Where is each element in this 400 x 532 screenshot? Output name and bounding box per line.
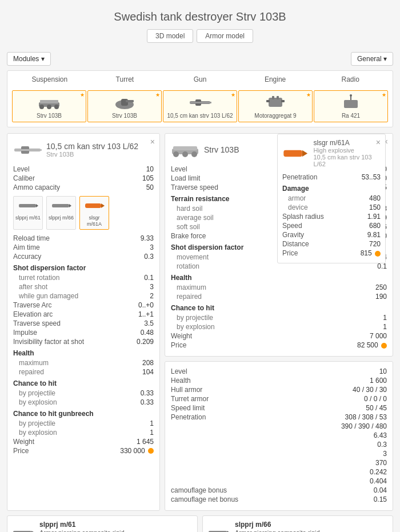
gun-ammo-cap-label: Ammo capacity <box>13 183 60 191</box>
gen-val5-value: 0.242 <box>370 468 387 476</box>
aim-time-label: Aim time <box>13 243 40 251</box>
sus-weight-value: 7 000 <box>370 332 387 340</box>
ammo-slpprj-m61[interactable]: slpprj m/61 <box>13 196 43 230</box>
he-speed-value: 680 <box>369 222 381 230</box>
soft-soil-label: soft soil <box>171 223 200 231</box>
he-gravity-row: Gravity 9.81 <box>282 231 381 239</box>
reload-time-value: 9.33 <box>141 234 154 242</box>
gen-turret-armor-value: 0 / 0 / 0 <box>364 395 387 403</box>
gun-caliber-value: 105 <box>142 174 154 182</box>
while-gun-damaged-row: while gun damaged 2 <box>13 292 154 300</box>
gun-gunbreech-exp-label: by explosion <box>13 429 57 437</box>
invisibility-value: 0.209 <box>137 338 154 346</box>
gun-panel-close[interactable]: × <box>150 137 155 146</box>
ammo-slpprj-m66[interactable]: slpprj m/66 <box>46 196 76 230</box>
gun-health-rep-label: repaired <box>13 368 44 376</box>
gold-star-engine: ★ <box>306 92 311 98</box>
gen-val4-row: 370 <box>171 459 387 467</box>
svg-rect-24 <box>52 204 69 207</box>
gun-panel-subtitle: Strv 103B <box>46 151 138 158</box>
sus-traverse-label: Traverse speed <box>171 183 218 191</box>
invisibility-row: Invisibility factor at shot 0.209 <box>13 338 154 346</box>
svg-rect-16 <box>344 100 358 108</box>
ammo-slsgr-m61a-name: slsgr m/61A <box>82 215 107 227</box>
gen-level-value: 10 <box>379 367 387 375</box>
sus-chance-hit-title: Chance to hit <box>171 304 387 312</box>
gun-health-rep-row: repaired 104 <box>13 368 154 376</box>
he-armor-label: armor <box>282 194 306 202</box>
gen-health-value: 1 600 <box>370 377 387 385</box>
ammo-slsgr-m61a[interactable]: slsgr m/61A <box>79 196 109 230</box>
modules-dropdown[interactable]: Modules ▾ <box>7 52 51 66</box>
gen-val2-value: 0.3 <box>377 441 387 449</box>
module-turret[interactable]: ★ Strv 103B <box>87 90 162 122</box>
svg-point-29 <box>173 151 179 157</box>
he-splash-value: 1.91 <box>367 213 381 221</box>
sus-load-label: Load limit <box>171 174 200 182</box>
gun-chance-exp-row: by explosion 0.33 <box>13 398 154 406</box>
gen-cam-bonus-label: camouflage bonus <box>171 486 227 494</box>
sus-coin-icon <box>381 343 387 349</box>
svg-point-31 <box>191 151 197 157</box>
gen-level-row: Level 10 <box>171 367 387 375</box>
general-dropdown[interactable]: General ▾ <box>351 52 393 66</box>
accuracy-value: 0.3 <box>144 253 154 261</box>
gen-val6-row: 0.404 <box>171 477 387 485</box>
sus-chance-exp-label: by explosion <box>171 323 215 331</box>
gun-price-label: Price <box>13 447 29 455</box>
he-device-value: 150 <box>369 203 381 211</box>
he-popup-close[interactable]: × <box>376 138 381 147</box>
gun-level-value: 10 <box>146 165 154 173</box>
after-shot-value: 3 <box>150 283 154 291</box>
he-device-label: device <box>282 203 308 211</box>
module-engine[interactable]: ★ Motoraggregat 9 <box>238 90 313 122</box>
category-turret: Turret <box>87 75 163 86</box>
sus-rotation-value: 0.1 <box>377 262 387 270</box>
he-popup-gun: 10,5 cm kan strv 103 L/62 <box>313 154 381 167</box>
gen-val3-value: 3 <box>383 450 387 458</box>
gun-chance-hit-title: Chance to hit <box>13 379 154 387</box>
page-title: Swedish tank destroyer Strv 103B <box>0 0 400 29</box>
he-gravity-value: 9.81 <box>367 231 381 239</box>
he-device-row: device 150 <box>282 203 381 211</box>
ammo-card-slpprj-m66: slpprj m/66 Armor piercing composite rig… <box>202 515 393 532</box>
tab-armor-model[interactable]: Armor model <box>197 29 253 43</box>
gun-chance-exp-label: by explosion <box>13 398 57 406</box>
module-radio[interactable]: ★ Ra 421 <box>314 90 388 122</box>
turret-rotation-value: 0.1 <box>144 274 154 282</box>
gun-gunbreech-exp-row: by explosion 1 <box>13 429 154 437</box>
gun-health-rep-value: 104 <box>142 368 154 376</box>
module-items: ★ Strv 103B ★ Strv 103B ★ 10,5 cm kan st… <box>12 90 388 122</box>
gun-weight-row: Weight 1 645 <box>13 438 154 446</box>
gun-traverse-speed-value: 3.5 <box>144 319 154 327</box>
gen-hull-armor-label: Hull armor <box>171 386 202 394</box>
gen-penetration-row: Penetration 308 / 308 / 53 <box>171 413 387 421</box>
gen-cam-bonus-value: 0.04 <box>374 486 387 494</box>
gun-price-value: 330 000 <box>120 447 154 455</box>
module-gun[interactable]: ★ 10,5 cm kan strv 103 L/62 <box>163 90 237 122</box>
turret-rotation-label: turret rotation <box>13 274 59 282</box>
aim-time-row: Aim time 3 <box>13 243 154 251</box>
ammo-card-slpprj-m61: slpprj m/61 Armor piercing composite rig… <box>7 515 198 532</box>
module-suspension[interactable]: ★ Strv 103B <box>12 90 86 122</box>
gen-speed-value: 50 / 45 <box>366 404 387 412</box>
svg-rect-4 <box>40 100 58 103</box>
category-gun: Gun <box>162 75 238 86</box>
sus-movement-label: movement <box>171 253 209 261</box>
svg-rect-26 <box>85 203 101 208</box>
tab-3d-model[interactable]: 3D model <box>147 29 193 43</box>
ammo-card-m66-type: Armor piercing composite rigid <box>235 529 320 532</box>
gun-health-max-value: 208 <box>142 359 154 367</box>
svg-marker-25 <box>69 204 71 207</box>
ammo-row: slpprj m/61 slpprj m/66 slsgr m/61A <box>13 196 154 230</box>
general-stats-panel: Level 10 Health 1 600 Hull armor 40 / 30… <box>165 361 393 511</box>
average-soil-label: average soil <box>171 214 214 222</box>
sus-level-label: Level <box>171 165 187 173</box>
impulse-value: 0.48 <box>141 329 154 337</box>
gold-star-radio: ★ <box>382 92 386 98</box>
gen-level-label: Level <box>171 367 187 375</box>
gen-val4-value: 370 <box>375 459 387 467</box>
sus-health-title: Health <box>171 274 387 282</box>
gun-level-row: Level 10 <box>13 165 154 173</box>
elevation-arc-value: 1..+1 <box>138 310 154 318</box>
